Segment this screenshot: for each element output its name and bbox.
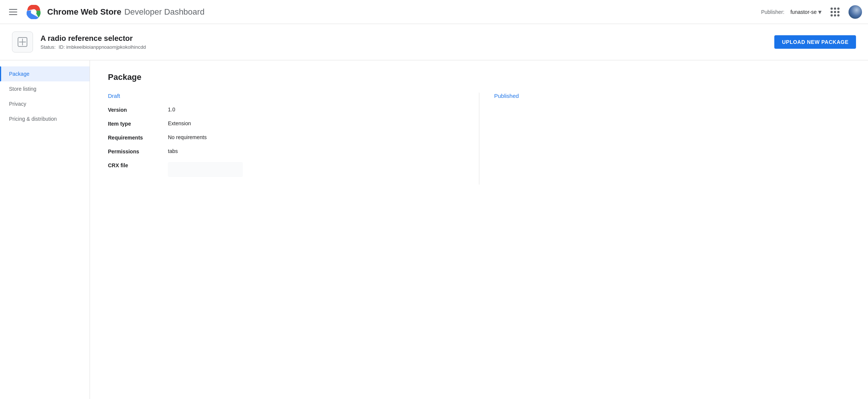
publisher-name-text: funastor-se <box>790 9 817 15</box>
sidebar-item-label: Pricing & distribution <box>9 116 57 122</box>
content-area: Package Draft Version 1.0 Item type Exte… <box>90 60 868 399</box>
publisher-dropdown-icon: ▾ <box>818 8 822 16</box>
app-title-sub: Developer Dashboard <box>124 7 205 17</box>
app-title-main: Chrome Web Store <box>47 7 121 17</box>
permissions-label: Permissions <box>108 148 168 154</box>
sidebar-item-package[interactable]: Package <box>0 66 90 81</box>
permissions-value: tabs <box>168 148 178 154</box>
main-layout: Package Store listing Privacy Pricing & … <box>0 60 868 399</box>
hamburger-menu[interactable] <box>6 6 20 18</box>
sidebar-item-store-listing[interactable]: Store listing <box>0 81 90 96</box>
publisher-label: Publisher: <box>761 9 784 15</box>
sidebar-item-label: Privacy <box>9 101 26 107</box>
top-navigation: Chrome Web Store Developer Dashboard Pub… <box>0 0 868 24</box>
sidebar-item-label: Package <box>9 71 29 77</box>
requirements-value: No requirements <box>168 134 207 140</box>
requirements-row: Requirements No requirements <box>108 134 464 141</box>
google-apps-icon[interactable] <box>828 4 843 20</box>
extension-header: A radio reference selector Status: ID: i… <box>0 24 868 60</box>
version-label: Version <box>108 106 168 113</box>
upload-new-package-button[interactable]: UPLOAD NEW PACKAGE <box>774 35 856 49</box>
draft-column: Draft Version 1.0 Item type Extension Re… <box>108 93 464 184</box>
svg-point-2 <box>32 10 36 14</box>
permissions-row: Permissions tabs <box>108 148 464 154</box>
crx-file-label: CRX file <box>108 162 168 168</box>
app-title: Chrome Web Store Developer Dashboard <box>47 7 205 17</box>
extension-id: ID: imbkeeibioianppnoaomjpkokolhincdd <box>58 44 146 50</box>
item-type-label: Item type <box>108 120 168 127</box>
published-column-header: Published <box>494 93 850 99</box>
item-type-row: Item type Extension <box>108 120 464 127</box>
publisher-selector[interactable]: funastor-se ▾ <box>790 8 822 16</box>
crx-file-placeholder <box>168 162 243 177</box>
version-row: Version 1.0 <box>108 106 464 113</box>
sidebar-item-privacy[interactable]: Privacy <box>0 96 90 111</box>
version-value: 1.0 <box>168 106 175 112</box>
package-columns: Draft Version 1.0 Item type Extension Re… <box>108 93 850 184</box>
column-divider <box>479 93 479 184</box>
sidebar-item-pricing-distribution[interactable]: Pricing & distribution <box>0 111 90 126</box>
extension-name: A radio reference selector <box>40 34 146 43</box>
crx-file-row: CRX file <box>108 162 464 177</box>
sidebar-item-label: Store listing <box>9 86 36 92</box>
published-column: Published <box>494 93 850 184</box>
item-type-value: Extension <box>168 120 191 126</box>
content-title: Package <box>108 72 850 82</box>
requirements-label: Requirements <box>108 134 168 141</box>
avatar[interactable] <box>849 5 862 19</box>
chrome-logo-icon <box>26 4 41 20</box>
draft-column-header: Draft <box>108 93 464 99</box>
sidebar: Package Store listing Privacy Pricing & … <box>0 60 90 399</box>
extension-icon <box>12 32 33 52</box>
status-label: Status: <box>40 44 55 50</box>
